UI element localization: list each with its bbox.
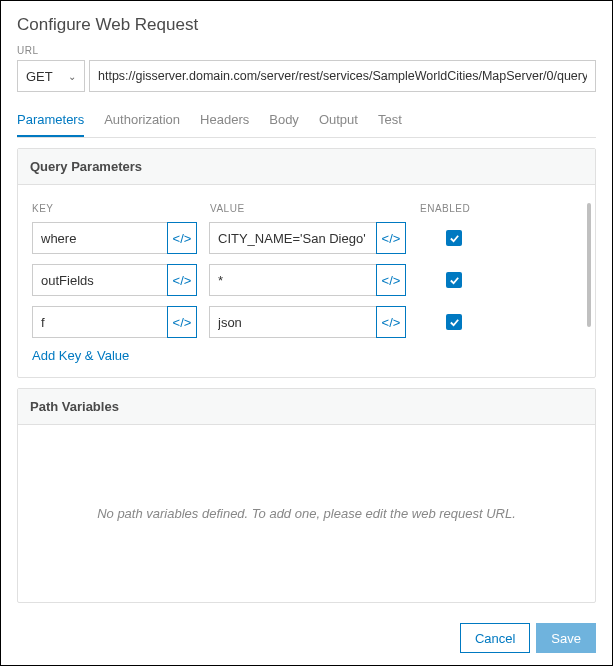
chevron-down-icon: ⌄ xyxy=(68,71,76,82)
param-value-input[interactable] xyxy=(209,264,377,296)
dialog-title: Configure Web Request xyxy=(17,15,596,35)
http-method-select[interactable]: GET ⌄ xyxy=(17,60,85,92)
path-variables-title: Path Variables xyxy=(18,389,595,425)
code-icon[interactable]: </> xyxy=(167,222,197,254)
param-value-input[interactable] xyxy=(209,222,377,254)
cancel-button[interactable]: Cancel xyxy=(460,623,530,653)
code-icon[interactable]: </> xyxy=(376,222,406,254)
save-button[interactable]: Save xyxy=(536,623,596,653)
add-key-value-link[interactable]: Add Key & Value xyxy=(32,348,581,363)
tab-authorization[interactable]: Authorization xyxy=(104,106,180,137)
query-parameters-panel: Query Parameters KEY VALUE ENABLED </> <… xyxy=(17,148,596,378)
param-key-input[interactable] xyxy=(32,264,168,296)
param-enabled-checkbox[interactable] xyxy=(446,314,462,330)
param-row: </> </> xyxy=(32,222,581,254)
tab-body[interactable]: Body xyxy=(269,106,299,137)
code-icon[interactable]: </> xyxy=(167,264,197,296)
param-enabled-checkbox[interactable] xyxy=(446,230,462,246)
url-label: URL xyxy=(17,45,596,56)
path-variables-panel: Path Variables No path variables defined… xyxy=(17,388,596,603)
param-key-input[interactable] xyxy=(32,306,168,338)
tabs: Parameters Authorization Headers Body Ou… xyxy=(17,106,596,138)
col-header-value: VALUE xyxy=(210,203,420,214)
param-key-input[interactable] xyxy=(32,222,168,254)
code-icon[interactable]: </> xyxy=(376,306,406,338)
code-icon[interactable]: </> xyxy=(167,306,197,338)
tab-parameters[interactable]: Parameters xyxy=(17,106,84,137)
col-header-enabled: ENABLED xyxy=(420,203,581,214)
scrollbar[interactable] xyxy=(587,203,591,327)
param-row: </> </> xyxy=(32,306,581,338)
url-input[interactable] xyxy=(89,60,596,92)
path-variables-empty-message: No path variables defined. To add one, p… xyxy=(97,506,516,521)
tab-headers[interactable]: Headers xyxy=(200,106,249,137)
tab-output[interactable]: Output xyxy=(319,106,358,137)
query-parameters-title: Query Parameters xyxy=(18,149,595,185)
tab-test[interactable]: Test xyxy=(378,106,402,137)
col-header-key: KEY xyxy=(32,203,210,214)
code-icon[interactable]: </> xyxy=(376,264,406,296)
param-enabled-checkbox[interactable] xyxy=(446,272,462,288)
http-method-value: GET xyxy=(26,69,53,84)
param-value-input[interactable] xyxy=(209,306,377,338)
param-row: </> </> xyxy=(32,264,581,296)
